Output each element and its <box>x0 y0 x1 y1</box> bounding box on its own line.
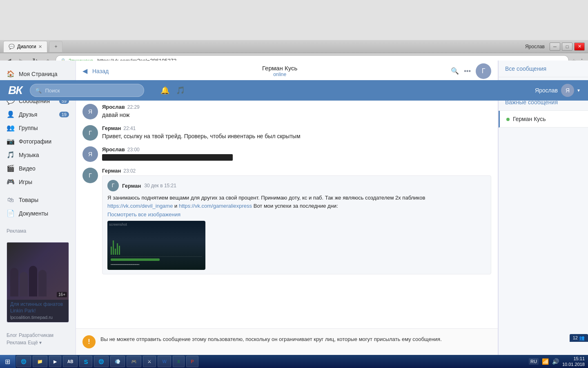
msg-meta-3: Ярослав 23:00 <box>102 146 491 153</box>
online-dot <box>506 118 510 121</box>
maximize-btn[interactable]: □ <box>562 43 572 51</box>
minimize-btn[interactable]: ─ <box>550 43 560 51</box>
ad-block[interactable]: 16+ Для истинных фанатов Linkin Park! lp… <box>7 242 69 323</box>
fwd-screenshot-image: ━━━━━━━━━━━━━━ screenshot <box>107 221 205 270</box>
footer-blog-link[interactable]: Блог <box>7 332 17 338</box>
fwd-text: Я занимаюсь поднятием вещами для других … <box>107 194 486 210</box>
ads-label: Реклама <box>0 225 76 236</box>
fwd-link-2[interactable]: https://vk.com/gameraliexpress <box>179 203 252 209</box>
sidebar-label-friends: Друзья <box>19 111 37 118</box>
sidebar-all-messages[interactable]: Все сообщения <box>499 61 588 77</box>
sidebar-item-docs[interactable]: 📄 Документы <box>0 206 76 220</box>
taskbar-discord[interactable]: 🎮 <box>127 356 141 367</box>
msg-redacted-bar <box>102 154 233 161</box>
footer-more-link[interactable]: Ещё ▾ <box>28 340 42 346</box>
messages-area[interactable]: вчера Я Ярослав 22:29 давай нож Г <box>76 82 498 328</box>
active-tab[interactable]: 💬 Диалоги ✕ <box>3 41 47 52</box>
vk-logo[interactable]: ВК <box>8 84 22 97</box>
chat-more-icon[interactable]: ••• <box>464 67 471 75</box>
msg-author-4: Герман <box>102 168 121 174</box>
msg-time-1: 22:29 <box>127 104 140 110</box>
vk-search-bar[interactable]: 🔍 Поиск <box>30 84 144 97</box>
chat-back-btn[interactable]: ◀ <box>82 67 87 75</box>
ad-image: 16+ <box>7 242 69 300</box>
msg-avatar-german-1: Г <box>82 125 98 141</box>
taskbar-powerpoint[interactable]: P <box>186 356 198 367</box>
sidebar-item-music[interactable]: 🎵 Музыка <box>0 148 76 162</box>
search-icon: 🔍 <box>35 88 42 94</box>
network-icon: 📶 <box>542 358 549 365</box>
msg-time-2: 22:41 <box>123 126 136 131</box>
chrome-icon: 🌐 <box>98 359 104 364</box>
footer-ads-link[interactable]: Реклама <box>7 340 26 346</box>
warning-box: ! Вы не можете отправить сообщение этому… <box>76 328 498 355</box>
tab-icon: 💬 <box>9 44 15 49</box>
chat-contact-avatar[interactable]: Г <box>476 63 491 79</box>
taskbar-chrome[interactable]: 🌐 <box>94 356 109 367</box>
vk-header-avatar[interactable]: Я <box>561 84 574 97</box>
taskbar-dota[interactable]: ⚔ <box>143 356 156 367</box>
taskbar-skype[interactable]: S <box>79 356 92 367</box>
lang-indicator[interactable]: RU <box>529 358 539 365</box>
dota-taskbar-icon: ⚔ <box>147 359 151 364</box>
ad-title[interactable]: Для истинных фанатов Linkin Park! <box>7 300 69 315</box>
sidebar-item-mypage[interactable]: 🏠 Моя Страница <box>0 67 76 81</box>
age-badge: 16+ <box>57 292 67 297</box>
groups-icon: 👥 <box>7 124 15 132</box>
msg-avatar-german-2: Г <box>82 168 98 183</box>
msg-content-2: Герман 22:41 Привет, ссылку на твой трей… <box>102 125 491 141</box>
steam-icon: 💨 <box>115 359 120 364</box>
close-btn[interactable]: ✕ <box>574 43 585 51</box>
home-icon: 🏠 <box>7 70 15 78</box>
sidebar-item-video[interactable]: 🎬 Видео <box>0 162 76 175</box>
left-sidebar: 🏠 Моя Страница 📰 Новости 💬 Сообщения 59 … <box>0 61 76 355</box>
sidebar-item-groups[interactable]: 👥 Группы <box>0 121 76 135</box>
sidebar-footer: Блог Разработчикам Реклама Ещё ▾ <box>0 329 76 349</box>
sidebar-label-groups: Группы <box>19 125 38 131</box>
taskbar-excel[interactable]: X <box>173 356 185 367</box>
chat-header-actions: 🔍 ••• Г <box>451 63 491 79</box>
taskbar-explorer[interactable]: 📁 <box>33 356 47 367</box>
sidebar-item-games[interactable]: 🎮 Игры <box>0 175 76 188</box>
volume-icon: 🔊 <box>552 358 559 365</box>
back-label[interactable]: Назад <box>92 68 109 74</box>
fwd-date: 30 дек в 15:21 <box>144 183 176 188</box>
view-images-link[interactable]: Посмотреть все изображения <box>107 211 486 218</box>
taskbar-steam[interactable]: 💨 <box>110 356 125 367</box>
msg-avatar-yaroslav-1: Я <box>82 104 98 119</box>
inactive-tab[interactable]: + <box>49 41 62 52</box>
header-dropdown-icon[interactable]: ▾ <box>577 88 580 93</box>
taskbar-right: RU 📶 🔊 15:11 10.01.2018 <box>526 356 588 368</box>
word-icon: W <box>162 359 166 364</box>
browser-titlebar: 💬 Диалоги ✕ + Ярослав ─ □ ✕ <box>0 40 588 53</box>
vk-header-username[interactable]: Ярослав <box>535 87 558 94</box>
fwd-avatar: Г <box>107 180 119 191</box>
ppt-icon: P <box>191 359 194 364</box>
games-icon: 🎮 <box>7 178 15 186</box>
sidebar-german-kus[interactable]: Герман Кусь <box>499 111 588 128</box>
tab-close-btn[interactable]: ✕ <box>38 44 42 49</box>
footer-dev-link[interactable]: Разработчикам <box>19 332 53 338</box>
sidebar-item-friends[interactable]: 👤 Друзья 19 <box>0 108 76 121</box>
message-row: Г Герман 23:02 Г Герман 30 дек в 15:21 <box>82 168 491 274</box>
fwd-link-1[interactable]: https://vk.com/devil_ingame <box>107 203 173 209</box>
bell-icon[interactable]: 🔔 <box>160 86 169 95</box>
taskbar-abbyy[interactable]: AB <box>63 356 78 367</box>
taskbar-word[interactable]: W <box>158 356 171 367</box>
chart-bar <box>111 258 160 261</box>
people-count-indicator: 12 👥 <box>570 334 588 342</box>
taskbar-ie[interactable]: 🌐 <box>16 356 31 367</box>
new-tab-icon: + <box>54 44 57 49</box>
sidebar-item-photos[interactable]: 📷 Фотографии <box>0 135 76 148</box>
chat-contact-status: online <box>114 72 446 77</box>
sidebar-item-market[interactable]: 🛍 Товары <box>0 193 76 206</box>
taskbar-media[interactable]: ▶ <box>49 356 61 367</box>
chat-search-icon[interactable]: 🔍 <box>451 67 459 75</box>
start-button[interactable]: ⊞ <box>0 355 16 368</box>
warning-text: Вы не можете отправить сообщение этому п… <box>100 335 442 343</box>
music-icon[interactable]: 🎵 <box>176 86 185 95</box>
msg-author-2: Герман <box>102 125 121 131</box>
vk-body: 🏠 Моя Страница 📰 Новости 💬 Сообщения 59 … <box>0 61 588 355</box>
msg-content-3: Ярослав 23:00 <box>102 146 491 161</box>
right-sidebar: Все сообщения Непрочитанные Важные сообщ… <box>498 61 588 355</box>
